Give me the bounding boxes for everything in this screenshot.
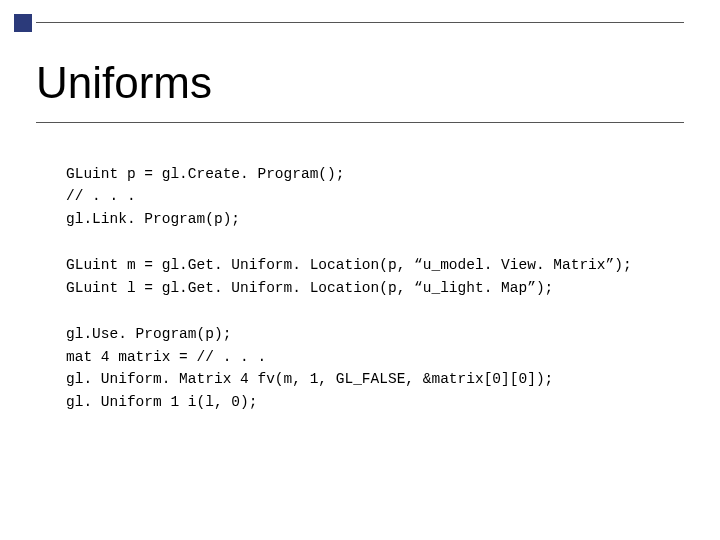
accent-square-icon	[14, 14, 32, 32]
page-title: Uniforms	[36, 58, 684, 108]
code-block-1: GLuint p = gl.Create. Program(); // . . …	[66, 163, 684, 230]
title-underline	[36, 122, 684, 123]
slide: Uniforms GLuint p = gl.Create. Program()…	[0, 0, 720, 540]
code-area: GLuint p = gl.Create. Program(); // . . …	[66, 163, 684, 413]
code-block-3: gl.Use. Program(p); mat 4 matrix = // . …	[66, 323, 684, 413]
code-block-2: GLuint m = gl.Get. Uniform. Location(p, …	[66, 254, 684, 299]
top-rule	[36, 22, 684, 23]
